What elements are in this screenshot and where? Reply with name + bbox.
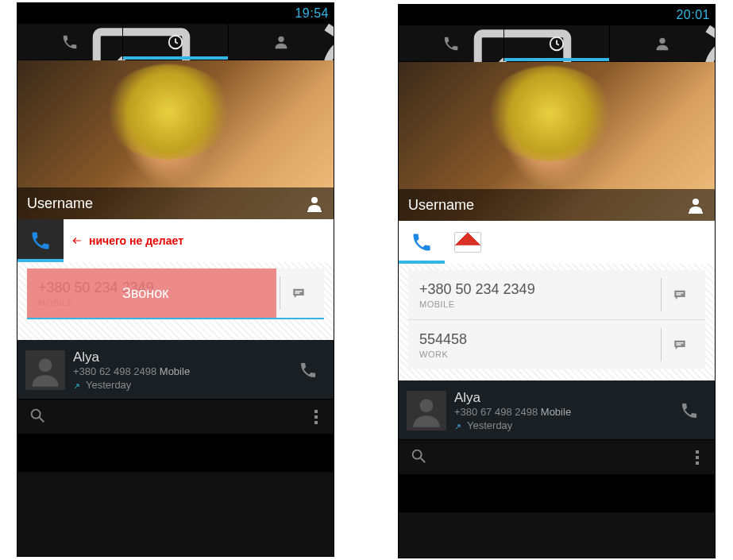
recent-call-when: Yesterday	[454, 419, 664, 431]
numbers-region: +380 50 234 2349 MOBILE 554458 WORK	[399, 264, 715, 380]
call-action-button[interactable]	[399, 221, 445, 264]
contact-photo[interactable]: Username	[399, 62, 715, 221]
recent-call-sub: +380 67 498 2498 Mobile	[454, 406, 664, 418]
contact-name-bar: Username	[399, 189, 715, 221]
action-row: ничего не делает	[17, 219, 334, 262]
phone-number-text: +380 50 234 2349	[419, 281, 653, 298]
recent-call-item[interactable]: Alya +380 62 498 2498 Mobile Yesterday	[22, 348, 329, 392]
contact-username: Username	[27, 195, 93, 212]
outgoing-call-icon	[454, 421, 464, 431]
recent-call-when: Yesterday	[73, 379, 283, 391]
contact-card: ничего не делает +380 50 234 2349 MOBILE…	[17, 219, 334, 340]
gallery-notification-icon	[403, 9, 416, 21]
dial-button[interactable]	[291, 361, 326, 380]
phone-number-row[interactable]: +380 50 234 2349 MOBILE	[408, 270, 705, 320]
tab-dialer[interactable]	[399, 25, 504, 61]
nav-home-button[interactable]	[546, 481, 568, 506]
outgoing-call-icon	[73, 380, 83, 390]
contact-username: Username	[408, 197, 474, 214]
tab-recent[interactable]	[123, 24, 229, 60]
numbers-region: +380 50 234 2349 MOBILE Звонок	[17, 262, 334, 340]
recent-call-name: Alya	[454, 390, 664, 406]
tools-row	[399, 439, 715, 474]
nav-recent-button[interactable]	[651, 481, 673, 506]
tab-contacts[interactable]	[610, 25, 715, 61]
battery-icon	[658, 9, 671, 21]
phone-frame-left: 19:54 Username ничего не делает +380 50	[17, 2, 334, 557]
recent-call-name: Alya	[73, 350, 283, 365]
phone-number-type: MOBILE	[38, 298, 272, 307]
battery-icon	[277, 7, 290, 20]
sms-button[interactable]	[661, 328, 697, 361]
call-action-button[interactable]	[17, 219, 64, 262]
phone-number-text: +380 50 234 2349	[38, 280, 272, 296]
gmail-icon	[454, 232, 481, 253]
recent-calls-area: Alya +380 62 498 2498 Mobile Yesterday	[17, 340, 334, 399]
tab-recent[interactable]	[504, 25, 610, 61]
phone-frame-right: 20:01 Username +380 50 234 2	[398, 4, 716, 558]
tools-row	[17, 399, 334, 434]
gallery-notification-icon	[22, 7, 35, 20]
system-navbar	[399, 474, 715, 512]
status-bar: 19:54	[17, 3, 334, 24]
annotation-does-nothing: ничего не делает	[70, 234, 183, 247]
recent-calls-area: Alya +380 67 498 2498 Mobile Yesterday	[399, 380, 715, 439]
nav-recent-button[interactable]	[270, 440, 292, 465]
sms-button[interactable]	[661, 278, 697, 311]
dialer-tabs	[399, 25, 715, 62]
contact-card: +380 50 234 2349 MOBILE 554458 WORK	[399, 221, 715, 380]
avatar	[407, 391, 446, 431]
tab-contacts[interactable]	[229, 24, 334, 60]
status-bar: 20:01	[399, 5, 715, 25]
phone-number-type: MOBILE	[419, 299, 653, 309]
nav-back-button[interactable]	[59, 440, 81, 465]
contact-name-bar: Username	[17, 187, 334, 219]
sms-button[interactable]	[280, 276, 316, 310]
recent-call-item[interactable]: Alya +380 67 498 2498 Mobile Yesterday	[403, 388, 710, 433]
phone-number-row[interactable]: +380 50 234 2349 MOBILE Звонок	[27, 268, 324, 318]
alarm-icon	[623, 9, 636, 21]
signal-icon	[641, 9, 654, 21]
system-navbar	[17, 434, 334, 472]
annotation-text: ничего не делает	[89, 234, 183, 247]
phone-number-type: WORK	[419, 350, 653, 359]
contact-badge-icon[interactable]	[305, 194, 324, 213]
avatar	[25, 350, 65, 390]
dialer-tabs	[17, 24, 334, 60]
contact-photo[interactable]: Username	[17, 60, 334, 219]
action-row	[399, 221, 715, 264]
dial-button[interactable]	[672, 401, 707, 420]
recent-call-sub: +380 62 498 2498 Mobile	[73, 365, 283, 377]
overflow-menu-button[interactable]	[310, 405, 322, 429]
phone-number-row[interactable]: 554458 WORK	[408, 320, 705, 369]
search-button[interactable]	[410, 447, 427, 468]
tab-dialer[interactable]	[17, 24, 123, 60]
clock-text: 20:01	[676, 8, 710, 22]
signal-icon	[260, 7, 272, 20]
nav-home-button[interactable]	[164, 440, 187, 465]
nav-back-button[interactable]	[440, 481, 462, 506]
alarm-icon	[242, 7, 255, 20]
contact-badge-icon[interactable]	[686, 195, 705, 214]
phone-number-text: 554458	[419, 331, 653, 348]
arrow-left-icon	[70, 235, 84, 246]
clock-text: 19:54	[295, 6, 329, 21]
overflow-menu-button[interactable]	[691, 446, 704, 469]
email-action-button[interactable]	[445, 221, 491, 264]
search-button[interactable]	[29, 407, 46, 427]
